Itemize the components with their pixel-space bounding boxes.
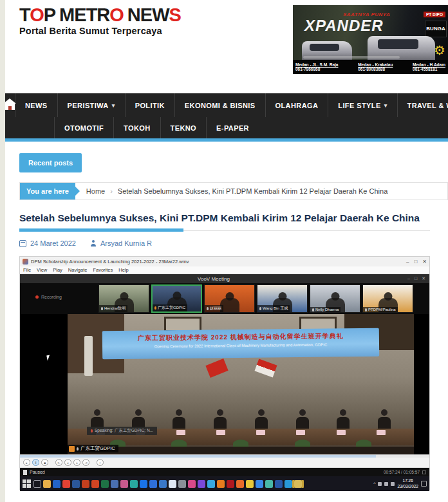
nav-item-ekonomi-bisnis[interactable]: EKONOMI & BISNIS	[174, 93, 265, 117]
player-menu-item[interactable]: File	[23, 267, 31, 273]
taskbar-app-icon[interactable]	[188, 480, 196, 488]
player-control-button[interactable]: ▸	[23, 459, 30, 466]
player-control-button[interactable]: ■	[41, 459, 48, 466]
taskbar-app-icon[interactable]	[178, 480, 186, 488]
windows-taskbar: ^ 17:26 23/03/2022	[20, 476, 429, 491]
recent-posts-button[interactable]: Recent posts	[19, 153, 82, 172]
taskbar-app-icon[interactable]	[120, 480, 128, 488]
player-menu-item[interactable]: Help	[118, 267, 128, 273]
nav-item-tekno[interactable]: TEKNO	[160, 117, 207, 138]
taskbar-app-icon[interactable]	[82, 480, 89, 488]
taskbar-app-icon[interactable]	[246, 480, 254, 488]
taskbar-app-icon[interactable]	[130, 480, 138, 488]
player-control-button[interactable]: ‖	[32, 459, 39, 466]
nav-item-home[interactable]	[5, 93, 15, 117]
player-control-button[interactable]: ⇥	[82, 459, 89, 466]
nav-item-news[interactable]: NEWS	[15, 93, 57, 117]
taskbar-app-icon[interactable]	[72, 480, 80, 488]
nav-item-travel-wisata[interactable]: TRAVEL & WISATA	[397, 93, 448, 117]
taskbar-app-icon[interactable]	[236, 480, 244, 488]
nav-item-otomotif[interactable]: OTOMOTIF	[54, 117, 113, 138]
taskbar-app-icon[interactable]	[159, 480, 167, 488]
ad-dealer-badge: PT DIPO	[424, 12, 445, 17]
article-author[interactable]: Arsyad Kurnia R	[90, 239, 152, 247]
player-control-button[interactable]: »	[73, 459, 80, 466]
taskbar-app-icon[interactable]	[207, 480, 215, 488]
ad-promo-box: BUNGA	[425, 21, 447, 37]
taskbar-app-icon[interactable]	[217, 480, 225, 488]
notification-center-icon[interactable]	[421, 481, 427, 487]
nav-item-peristiwa[interactable]: PERISTIWA▾	[57, 93, 125, 117]
close-icon[interactable]: ✕	[422, 259, 427, 265]
taskbar-app-icon[interactable]	[53, 480, 61, 488]
taskbar-app-icon[interactable]	[256, 480, 263, 488]
main-video-feed[interactable]: 广东工贸职业技术学院 2022 机械制造与自动化留学生班开学典礼 Opening…	[20, 314, 429, 454]
battery-icon[interactable]	[391, 482, 395, 486]
tray-expand-icon[interactable]: ^	[373, 481, 375, 486]
taskbar-clock[interactable]: 17:26 23/03/2022	[397, 478, 418, 489]
taskbar-app-icon[interactable]	[265, 480, 273, 488]
attendee-figure	[295, 409, 310, 431]
participant-thumbnail[interactable]: 赵丽丽	[204, 284, 255, 313]
taskbar-app-icon[interactable]	[62, 480, 70, 488]
nav-item-epaper[interactable]: E-PAPER	[206, 117, 259, 138]
maximize-icon[interactable]: □	[414, 259, 417, 265]
taskbar-app-icon[interactable]	[111, 480, 118, 488]
nav-item-life-style[interactable]: LIFE STYLE▾	[328, 93, 397, 117]
site-logo[interactable]: TOPMETRONEWS Portal Berita Sumut Terperc…	[19, 5, 181, 36]
logo-tagline: Portal Berita Sumut Terpercaya	[19, 26, 181, 36]
player-control-button[interactable]: «	[64, 459, 71, 466]
voov-window-title: VooV Meeting	[20, 276, 407, 282]
minimize-icon[interactable]: –	[406, 259, 409, 265]
player-menu-item[interactable]: Play	[53, 267, 62, 273]
taskbar-app-icon[interactable]	[43, 480, 51, 488]
taskbar-app-icon[interactable]	[169, 480, 176, 488]
start-button[interactable]	[23, 479, 32, 488]
participant-thumbnail[interactable]: Wang Bin 王斌	[257, 284, 308, 313]
chevron-down-icon: ▾	[384, 102, 387, 109]
nav-item-politik[interactable]: POLITIK	[125, 93, 174, 117]
participant-thumbnail[interactable]: Hendra/陈明	[98, 284, 149, 313]
participant-thumbnail[interactable]: PTDPM/Paulina	[362, 284, 413, 313]
taskbar-app-icon[interactable]	[285, 480, 292, 488]
mic-icon	[365, 308, 367, 311]
player-control-button[interactable]: ⇤	[55, 459, 62, 466]
close-icon[interactable]: ✕	[422, 276, 425, 281]
player-menu-item[interactable]: Favorites	[93, 267, 113, 273]
nav-item-olahraga[interactable]: OLAHRAGA	[265, 93, 328, 117]
player-control-button[interactable]: •	[97, 459, 104, 466]
timecode: 00:57:24 / 01:05:57	[384, 470, 420, 474]
ad-disclaimer-fineprint	[303, 56, 400, 59]
player-menu-item[interactable]: Navigate	[68, 267, 88, 273]
active-speaker-label: 广东工贸GDPIC	[68, 445, 118, 452]
task-view-button[interactable]	[33, 480, 41, 488]
nav-accent-bar	[5, 138, 448, 142]
volume-icon[interactable]	[384, 482, 388, 486]
participant-name-label: Hendra/陈明	[99, 305, 127, 312]
taskbar-app-icon[interactable]	[294, 480, 302, 488]
voov-meeting-window: VooV Meeting – □ ✕ Recording Hendra/陈明	[20, 274, 429, 454]
ad-locations: Medan - JL. S.M. Raja 061-7866868 Medan …	[293, 60, 448, 74]
taskbar-app-icon[interactable]	[140, 480, 147, 488]
voov-titlebar: VooV Meeting – □ ✕	[20, 274, 429, 283]
player-menu-item[interactable]: View	[37, 267, 47, 273]
taskbar-app-icon[interactable]	[227, 480, 234, 488]
chevron-down-icon: ▾	[112, 102, 115, 109]
breadcrumb-home-link[interactable]: Home	[86, 187, 105, 195]
banner-chinese-text: 广东工贸职业技术学院 2022 机械制造与自动化留学生班开学典礼	[102, 331, 379, 344]
article-meta: 24 Maret 2022 Arsyad Kurnia R	[19, 239, 152, 247]
taskbar-app-icon[interactable]	[198, 480, 205, 488]
taskbar-app-icon[interactable]	[91, 480, 99, 488]
nav-item-tokoh[interactable]: TOKOH	[113, 117, 160, 138]
recording-indicator: Recording	[35, 295, 62, 299]
taskbar-app-icon[interactable]	[275, 480, 283, 488]
air-conditioner	[84, 336, 93, 376]
participant-thumbnail[interactable]: 广东工贸GDPIC	[151, 284, 202, 313]
network-icon[interactable]	[378, 482, 382, 486]
participant-thumbnail[interactable]: Nelly Dharma	[310, 284, 360, 313]
taskbar-app-icon[interactable]	[101, 480, 109, 488]
taskbar-app-icon[interactable]	[149, 480, 157, 488]
minimize-icon[interactable]: –	[407, 276, 410, 281]
maximize-icon[interactable]: □	[415, 276, 417, 281]
ad-banner[interactable]: SAATNYA PUNYA XPANDER PT DIPO BUNGA ⚙ Me…	[293, 5, 448, 74]
